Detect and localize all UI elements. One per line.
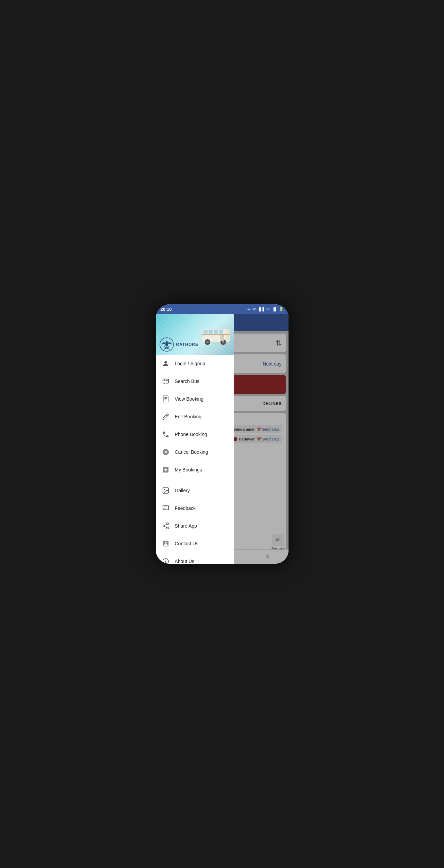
screen-content: ⇅ Next day S DELINES es [156,314,289,564]
svg-rect-5 [219,330,223,334]
signal-icon-2: VoL [266,308,271,311]
menu-item-login[interactable]: Login / Signup [156,355,234,372]
cancel-icon [161,448,170,456]
menu-item-view-booking[interactable]: View Booking [156,390,234,408]
menu-item-phone-booking[interactable]: Phone Booking [156,425,234,443]
svg-point-36 [164,489,165,490]
menu-label-cancel-booking: Cancel Booking [175,449,208,455]
menu-list: Login / Signup [156,355,234,564]
menu-label-login: Login / Signup [175,361,205,366]
menu-label-gallery: Gallery [175,488,190,493]
menu-label-my-bookings: My Bookings [175,467,202,472]
battery-icon: 🔋 [279,307,284,311]
menu-item-about-us[interactable]: About Us [156,552,234,564]
svg-point-47 [163,559,168,564]
share-icon [161,521,170,530]
menu-item-feedback[interactable]: Feedback [156,499,234,517]
receipt-icon [161,395,170,403]
menu-label-share-app: Share App [175,523,197,529]
mybookings-icon [161,465,170,474]
drawer-logo-area: RATHORE [159,337,198,352]
signal-bars-2: ▐▌ [272,307,277,311]
network-4g: 4G [253,308,257,311]
signal-icon-1: VoL [247,308,251,311]
menu-label-feedback: Feedback [175,505,196,511]
bus-icon [161,377,170,386]
svg-line-43 [164,526,166,528]
svg-point-21 [164,383,165,384]
svg-rect-6 [202,334,230,335]
menu-item-contact-us[interactable]: Contact Us [156,535,234,552]
drawer-bus [200,321,232,348]
svg-rect-25 [166,380,167,381]
gallery-icon [161,486,170,495]
svg-rect-3 [209,330,213,334]
menu-divider [156,480,234,480]
menu-label-view-booking: View Booking [175,396,204,402]
menu-item-share-app[interactable]: Share App [156,517,234,535]
svg-point-14 [166,341,168,343]
svg-rect-24 [164,380,165,381]
svg-point-42 [166,527,168,529]
person-icon [161,359,170,368]
menu-label-search-bus: Search Bus [175,379,199,384]
drawer-header: RATHORE [156,314,234,355]
status-time: 20:10 [161,307,172,312]
svg-point-8 [206,341,209,343]
phone-screen: 20:10 VoL 4G ▐▌▌ VoL ▐▌ 🔋 ⇅ Nex [156,304,289,564]
signal-bars: ▐▌▌ [258,307,265,311]
rathore-logo-svg [159,337,174,352]
feedback-icon [161,504,170,513]
svg-rect-2 [203,330,208,334]
svg-rect-11 [220,335,224,341]
svg-rect-26 [163,396,168,402]
menu-label-contact-us: Contact Us [175,541,198,546]
menu-item-my-bookings[interactable]: My Bookings [156,461,234,479]
svg-rect-4 [214,330,218,334]
svg-point-40 [166,523,168,525]
drawer-logo-text: RATHORE [176,342,198,347]
contact-icon [161,539,170,548]
svg-point-46 [165,542,167,544]
phone-icon [161,430,170,439]
svg-point-10 [222,341,225,343]
menu-item-cancel-booking[interactable]: Cancel Booking [156,443,234,461]
side-drawer: RATHORE Login / Signup [156,314,234,564]
svg-point-22 [166,383,167,384]
menu-item-edit-booking[interactable]: Edit Booking [156,408,234,425]
svg-line-44 [164,524,166,526]
svg-point-18 [164,361,167,364]
svg-rect-1 [226,330,230,341]
svg-point-41 [163,525,165,527]
menu-item-gallery[interactable]: Gallery [156,482,234,499]
info-icon [161,557,170,564]
menu-label-edit-booking: Edit Booking [175,414,202,419]
status-bar: 20:10 VoL 4G ▐▌▌ VoL ▐▌ 🔋 [156,304,289,314]
menu-item-search-bus[interactable]: Search Bus [156,372,234,390]
menu-label-about-us: About Us [175,559,195,564]
menu-label-phone-booking: Phone Booking [175,432,207,437]
status-icons: VoL 4G ▐▌▌ VoL ▐▌ 🔋 [247,307,284,311]
phone-frame: 20:10 VoL 4G ▐▌▌ VoL ▐▌ 🔋 ⇅ Nex [156,304,289,564]
edit-icon [161,412,170,421]
